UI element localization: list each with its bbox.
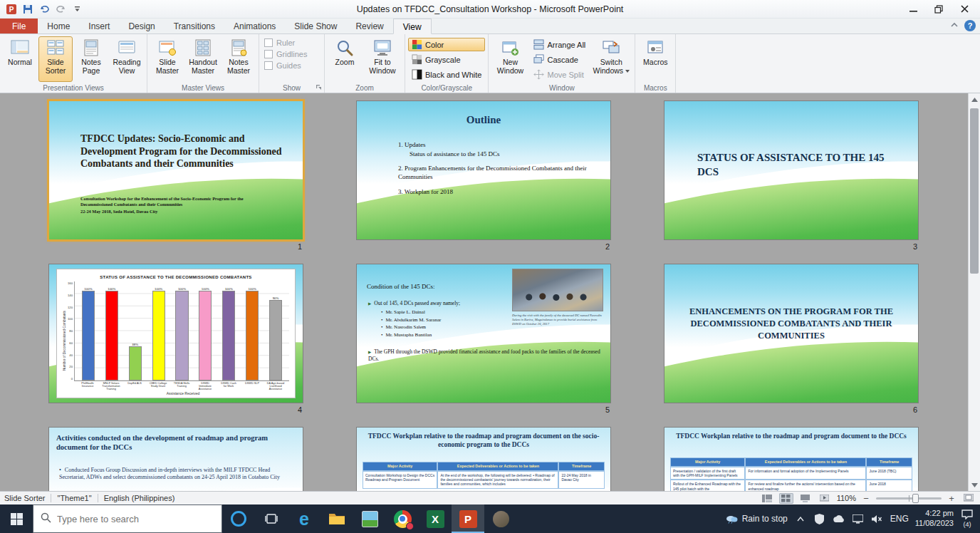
slide-thumbnail-5[interactable]: Condition of the 145 DCs: During the vis… xyxy=(356,264,611,415)
guides-checkbox[interactable] xyxy=(264,61,273,70)
action-center-button[interactable]: (4) xyxy=(960,509,974,529)
taskbar-search[interactable] xyxy=(33,504,222,533)
new-window-button[interactable]: New Window xyxy=(491,36,528,82)
app-icon[interactable] xyxy=(484,504,517,533)
notes-page-button[interactable]: Notes Page xyxy=(74,36,108,82)
grayscale-icon xyxy=(412,54,422,65)
macros-button[interactable]: Macros xyxy=(638,36,672,82)
ribbon-tab-bar: File Home Insert Design Transitions Anim… xyxy=(0,19,980,34)
redo-icon[interactable] xyxy=(53,2,68,16)
search-input[interactable] xyxy=(57,514,214,524)
reading-view-shortcut[interactable] xyxy=(798,493,813,504)
reading-view-button[interactable]: Reading View xyxy=(110,36,144,82)
ruler-checkbox-row[interactable]: Ruler xyxy=(262,38,309,48)
scroll-down-icon[interactable] xyxy=(969,479,980,491)
scrollbar-thumb[interactable] xyxy=(970,108,979,274)
slide-thumbnail-2[interactable]: Outline 1. Updates Status of assistance … xyxy=(356,100,611,252)
status-language[interactable]: English (Philippines) xyxy=(104,494,175,502)
display-icon[interactable] xyxy=(852,512,865,525)
tab-insert[interactable]: Insert xyxy=(79,19,119,33)
defender-icon[interactable] xyxy=(813,512,826,525)
restore-button[interactable] xyxy=(926,1,952,17)
table-cell: For information and formal adoption of t… xyxy=(745,467,866,480)
fit-slide-to-window-button[interactable] xyxy=(961,493,976,504)
tab-file[interactable]: File xyxy=(0,19,38,33)
zoom-slider-thumb[interactable] xyxy=(912,494,919,503)
excel-icon[interactable]: X xyxy=(419,504,452,533)
minimize-button[interactable] xyxy=(900,1,926,17)
zoom-label: Zoom xyxy=(335,58,355,67)
tab-home[interactable]: Home xyxy=(38,19,79,33)
zoom-level[interactable]: 110% xyxy=(837,494,856,502)
language-indicator[interactable]: ENG xyxy=(890,514,909,524)
minimize-ribbon-icon[interactable] xyxy=(950,21,959,31)
slide-thumbnail-8[interactable]: TFDCC Workplan relative to the roadmap a… xyxy=(356,427,611,491)
slide-thumbnail-3[interactable]: STATUS OF ASSISTANCE TO THE 145 DCS 3 xyxy=(664,100,919,252)
weather-text: Rain to stop xyxy=(742,514,788,524)
handout-master-button[interactable]: Handout Master xyxy=(186,36,220,82)
tab-view[interactable]: View xyxy=(393,19,432,34)
tab-transitions[interactable]: Transitions xyxy=(165,19,224,33)
slide-master-button[interactable]: Slide Master xyxy=(150,36,184,82)
zoom-slider[interactable] xyxy=(876,497,942,500)
arrange-all-button[interactable]: Arrange All xyxy=(530,38,589,51)
cascade-button[interactable]: Cascade xyxy=(530,53,589,66)
normal-view-button[interactable]: Normal xyxy=(3,36,37,82)
slide-thumbnail-6[interactable]: ENHANCEMENTS ON THE PROGRAM FOR THE DECO… xyxy=(664,264,919,415)
deceased-name: Mr. Sapie L. Dainal xyxy=(381,309,441,316)
onedrive-icon[interactable] xyxy=(833,512,845,525)
switch-windows-button[interactable]: Switch Windows xyxy=(590,36,632,82)
file-explorer-icon[interactable] xyxy=(320,504,353,533)
slide-master-icon xyxy=(158,38,177,57)
undo-icon[interactable] xyxy=(37,2,51,16)
notes-master-button[interactable]: Notes Master xyxy=(221,36,256,82)
save-button[interactable] xyxy=(21,2,35,16)
color-button[interactable]: Color xyxy=(408,38,485,51)
slide5-heading: Condition of the 145 DCs: xyxy=(367,283,435,290)
gridlines-checkbox-row[interactable]: Gridlines xyxy=(262,49,309,59)
ruler-checkbox[interactable] xyxy=(264,38,273,47)
guides-checkbox-row[interactable]: Guides xyxy=(262,61,309,71)
slide3-title: STATUS OF ASSISTANCE TO THE 145 DCS xyxy=(697,151,907,179)
qat-customize-button[interactable] xyxy=(70,2,84,16)
start-button[interactable] xyxy=(0,504,33,533)
tab-slide-show[interactable]: Slide Show xyxy=(285,19,346,33)
slide-show-view-shortcut[interactable] xyxy=(818,493,832,504)
move-split-button[interactable]: Move Split xyxy=(530,68,589,81)
slide-sorter-view-shortcut[interactable] xyxy=(779,493,793,504)
photos-icon[interactable] xyxy=(353,504,386,533)
zoom-in-button[interactable]: + xyxy=(947,493,956,503)
tab-review[interactable]: Review xyxy=(346,19,392,33)
slide-sorter-button[interactable]: Slide Sorter xyxy=(38,36,73,82)
task-view-button[interactable] xyxy=(255,504,288,533)
hidden-icons-chevron[interactable] xyxy=(794,512,807,525)
slide-thumbnail-9[interactable]: TFDCC Workplan relative to the roadmap a… xyxy=(664,427,919,491)
slide2-title: Outline xyxy=(357,114,610,126)
cortana-button[interactable] xyxy=(222,504,255,533)
powerpoint-taskbar-icon[interactable]: P xyxy=(452,504,484,533)
tab-animations[interactable]: Animations xyxy=(224,19,285,33)
chrome-icon[interactable] xyxy=(386,504,419,533)
fit-to-window-button[interactable]: Fit to Window xyxy=(363,36,402,82)
edge-icon[interactable]: e xyxy=(288,504,320,533)
gridlines-checkbox[interactable] xyxy=(264,50,273,58)
taskbar-clock[interactable]: 4:22 pm 11/08/2023 xyxy=(915,509,954,529)
zoom-button[interactable]: Zoom xyxy=(328,36,362,82)
scroll-up-icon[interactable] xyxy=(969,93,980,105)
grayscale-button[interactable]: Grayscale xyxy=(408,53,485,66)
help-icon[interactable]: ? xyxy=(964,20,976,31)
weather-widget[interactable]: Rain to stop xyxy=(725,512,788,525)
scrollbar-track[interactable] xyxy=(969,105,980,479)
black-and-white-button[interactable]: Black and White xyxy=(408,68,485,81)
vertical-scrollbar[interactable] xyxy=(968,93,980,491)
volume-icon[interactable] xyxy=(871,512,884,525)
normal-view-shortcut[interactable] xyxy=(760,493,774,504)
table-header: Expected Deliverables or Actions to be t… xyxy=(437,462,558,471)
slide-thumbnail-1[interactable]: TFDCC Updates: Socio-Economic and Develo… xyxy=(48,100,303,252)
tab-design[interactable]: Design xyxy=(119,19,164,33)
close-button[interactable] xyxy=(952,1,977,17)
zoom-out-button[interactable]: − xyxy=(861,493,871,503)
slide-thumbnail-4[interactable]: STATUS OF ASSISTANCE TO THE DECOMMISSION… xyxy=(48,264,303,415)
move-split-icon xyxy=(533,69,544,80)
slide-thumbnail-7[interactable]: Activities conducted on the development … xyxy=(48,427,303,491)
